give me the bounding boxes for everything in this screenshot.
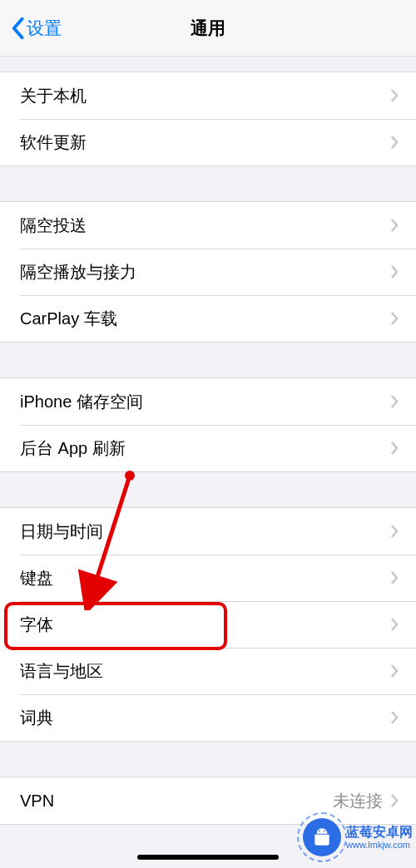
row-keyboard[interactable]: 键盘 bbox=[0, 555, 416, 601]
watermark-logo-icon bbox=[303, 818, 341, 856]
back-button[interactable]: 设置 bbox=[10, 17, 62, 40]
chevron-right-icon bbox=[389, 710, 399, 725]
row-label: 后台 App 刷新 bbox=[20, 437, 389, 460]
svg-point-3 bbox=[324, 831, 325, 832]
back-label: 设置 bbox=[27, 17, 62, 40]
svg-point-2 bbox=[319, 831, 320, 832]
watermark: 蓝莓安卓网 www.lmkjw.com bbox=[303, 818, 413, 856]
row-dictionary[interactable]: 词典 bbox=[0, 694, 416, 741]
row-label: 日期与时间 bbox=[20, 520, 389, 543]
row-label: VPN bbox=[20, 792, 333, 811]
row-label: 软件更新 bbox=[20, 131, 389, 154]
chevron-left-icon bbox=[10, 17, 25, 40]
row-label: 关于本机 bbox=[20, 85, 389, 107]
settings-group: 日期与时间键盘字体语言与地区词典 bbox=[0, 507, 416, 742]
settings-group: iPhone 储存空间后台 App 刷新 bbox=[0, 377, 416, 472]
row-bg-refresh[interactable]: 后台 App 刷新 bbox=[0, 425, 416, 471]
row-datetime[interactable]: 日期与时间 bbox=[0, 508, 416, 555]
chevron-right-icon bbox=[389, 570, 399, 585]
navigation-bar: 设置 通用 bbox=[0, 0, 416, 57]
row-fonts[interactable]: 字体 bbox=[0, 601, 416, 648]
chevron-right-icon bbox=[389, 524, 399, 539]
row-label: iPhone 储存空间 bbox=[20, 391, 389, 413]
row-storage[interactable]: iPhone 储存空间 bbox=[0, 378, 416, 425]
row-label: 词典 bbox=[20, 707, 389, 729]
row-about[interactable]: 关于本机 bbox=[0, 72, 416, 119]
page-title: 通用 bbox=[191, 17, 225, 40]
chevron-right-icon bbox=[389, 793, 399, 808]
row-label: 隔空播放与接力 bbox=[20, 261, 389, 284]
chevron-right-icon bbox=[389, 663, 399, 678]
row-language[interactable]: 语言与地区 bbox=[0, 648, 416, 694]
row-label: 语言与地区 bbox=[20, 660, 389, 683]
chevron-right-icon bbox=[389, 135, 399, 150]
row-label: 字体 bbox=[20, 614, 389, 636]
settings-list: 关于本机软件更新隔空投送隔空播放与接力CarPlay 车载iPhone 储存空间… bbox=[0, 72, 416, 825]
chevron-right-icon bbox=[389, 264, 399, 279]
chevron-right-icon bbox=[389, 617, 399, 632]
row-value: 未连接 bbox=[333, 790, 383, 812]
watermark-url: www.lmkjw.com bbox=[346, 840, 413, 850]
chevron-right-icon bbox=[389, 311, 399, 326]
row-vpn[interactable]: VPN未连接 bbox=[0, 777, 416, 824]
chevron-right-icon bbox=[389, 218, 399, 233]
settings-group: 关于本机软件更新 bbox=[0, 72, 416, 166]
home-indicator[interactable] bbox=[137, 855, 279, 860]
row-airplay[interactable]: 隔空播放与接力 bbox=[0, 249, 416, 295]
chevron-right-icon bbox=[389, 394, 399, 409]
row-label: CarPlay 车载 bbox=[20, 308, 389, 330]
row-label: 键盘 bbox=[20, 567, 389, 589]
row-carplay[interactable]: CarPlay 车载 bbox=[0, 295, 416, 342]
settings-group: 隔空投送隔空播放与接力CarPlay 车载 bbox=[0, 201, 416, 343]
row-airdrop[interactable]: 隔空投送 bbox=[0, 202, 416, 249]
row-label: 隔空投送 bbox=[20, 215, 389, 237]
row-software-update[interactable]: 软件更新 bbox=[0, 119, 416, 165]
chevron-right-icon bbox=[389, 441, 399, 456]
chevron-right-icon bbox=[389, 88, 399, 103]
watermark-title: 蓝莓安卓网 bbox=[346, 825, 413, 840]
